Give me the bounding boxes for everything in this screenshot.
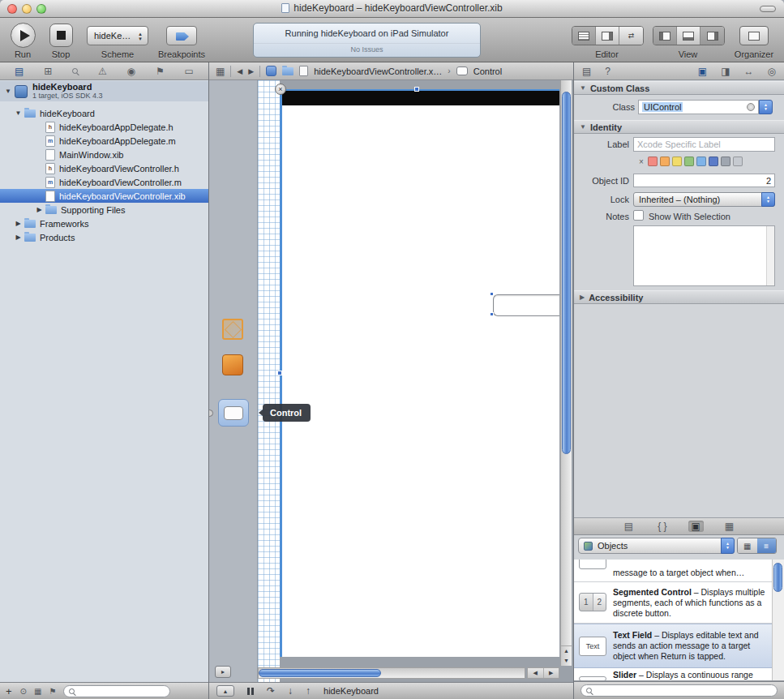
file-row-selected[interactable]: hideKeyboardViewController.xib: [0, 189, 208, 203]
attributes-inspector-icon[interactable]: ◨: [721, 66, 730, 76]
file-row[interactable]: m hideKeyboardAppDelegate.m: [0, 134, 208, 148]
library-item-text-field[interactable]: Text Text Field – Displays editable text…: [574, 624, 784, 668]
control-object-tile[interactable]: [218, 399, 249, 427]
media-library-icon[interactable]: ▦: [722, 521, 737, 532]
file-row[interactable]: h hideKeyboardAppDelegate.h: [0, 120, 208, 134]
disclosure-icon[interactable]: ▼: [5, 88, 13, 95]
scm-status-icon[interactable]: ▦: [34, 687, 41, 696]
disclosure-icon[interactable]: ▶: [15, 234, 22, 241]
close-view-badge[interactable]: ×: [275, 84, 286, 95]
vertical-scrollbar[interactable]: ▲▼: [560, 80, 572, 666]
search-navigator-icon[interactable]: [72, 68, 78, 74]
document-crumb-icon[interactable]: [299, 66, 308, 76]
ipad-view[interactable]: [280, 89, 559, 657]
library-search-field[interactable]: [581, 684, 778, 697]
recent-files-icon[interactable]: ⊙: [20, 687, 27, 696]
zoom-window-button[interactable]: [36, 4, 46, 14]
group-row[interactable]: ▶ Products: [0, 230, 208, 244]
library-item-slider[interactable]: Slider – Displays a continuous range: [574, 668, 784, 681]
connections-inspector-icon[interactable]: ◎: [768, 66, 776, 76]
textfield-handle-bottomleft[interactable]: [490, 312, 494, 316]
file-row[interactable]: m hideKeyboardViewController.m: [0, 175, 208, 189]
run-button[interactable]: [11, 23, 36, 48]
step-into-icon[interactable]: ↓: [288, 686, 293, 696]
navigator-toggle-button[interactable]: [653, 27, 677, 45]
class-combo-dropdown-button[interactable]: ▲▼: [759, 100, 773, 114]
label-color-swatch[interactable]: [696, 157, 706, 166]
assistant-editor-button[interactable]: [596, 27, 619, 45]
label-color-swatch[interactable]: [660, 157, 670, 166]
stop-button[interactable]: [49, 24, 73, 47]
label-color-swatch[interactable]: [709, 157, 718, 166]
label-color-swatch[interactable]: [721, 157, 730, 166]
add-button[interactable]: +: [6, 685, 12, 697]
class-combo-field[interactable]: UIControl: [638, 100, 759, 114]
disclosure-icon[interactable]: ▶: [36, 206, 43, 213]
object-library-icon[interactable]: ▣: [688, 521, 704, 532]
label-color-swatch[interactable]: [672, 157, 682, 166]
project-crumb-icon[interactable]: [266, 66, 276, 76]
clear-color-button[interactable]: ×: [639, 157, 644, 166]
textarea-scrollbar[interactable]: [766, 226, 774, 285]
first-responder-icon[interactable]: [222, 354, 243, 375]
files-owner-icon[interactable]: [222, 319, 243, 340]
forward-button[interactable]: ▶: [248, 67, 254, 75]
label-color-swatch[interactable]: [733, 157, 743, 166]
version-editor-button[interactable]: ⇄: [619, 27, 643, 45]
label-field[interactable]: Xcode Specific Label: [633, 137, 775, 152]
symbol-navigator-icon[interactable]: ⊞: [44, 66, 52, 76]
group-row[interactable]: ▶ Supporting Files: [0, 203, 208, 217]
breakpoints-button[interactable]: [166, 26, 197, 45]
log-navigator-icon[interactable]: ▭: [185, 66, 194, 76]
label-color-swatch[interactable]: [648, 157, 658, 166]
breakpoint-navigator-icon[interactable]: ⚑: [156, 66, 165, 76]
group-row[interactable]: ▼ hideKeyboard: [0, 106, 208, 120]
library-item-segmented-control[interactable]: 12 Segmented Control – Displays multiple…: [574, 582, 784, 624]
step-out-icon[interactable]: ↑: [306, 686, 311, 696]
toolbar-toggle-button[interactable]: [760, 6, 776, 12]
custom-class-section-header[interactable]: ▼ Custom Class: [574, 81, 784, 95]
code-snippet-library-icon[interactable]: { }: [654, 521, 670, 532]
resize-handle-left[interactable]: [277, 371, 282, 375]
project-row[interactable]: ▼ hideKeyboard 1 target, iOS SDK 4.3: [0, 81, 208, 101]
dock-toggle-button[interactable]: ▸: [215, 666, 231, 678]
vertical-scroll-arrows[interactable]: ▲▼: [561, 645, 572, 666]
step-over-icon[interactable]: ↷: [267, 686, 275, 696]
vertical-scrollbar-thumb[interactable]: [562, 92, 571, 454]
flag-filter-icon[interactable]: ⚑: [49, 687, 56, 696]
accessibility-section-header[interactable]: ▶ Accessibility: [574, 290, 784, 304]
lock-popup[interactable]: Inherited – (Nothing): [633, 192, 775, 207]
standard-editor-button[interactable]: [572, 27, 596, 45]
control-crumb-icon[interactable]: [456, 66, 468, 75]
pause-icon[interactable]: [247, 688, 254, 695]
file-template-library-icon[interactable]: ▤: [621, 521, 636, 532]
horizontal-scrollbar[interactable]: [258, 667, 525, 679]
object-id-field[interactable]: 2: [633, 174, 775, 187]
file-row[interactable]: h hideKeyboardViewController.h: [0, 161, 208, 175]
file-row[interactable]: MainWindow.xib: [0, 148, 208, 161]
debug-navigator-icon[interactable]: ◉: [127, 66, 135, 76]
project-navigator-icon[interactable]: ▤: [15, 66, 24, 76]
notes-textarea[interactable]: [633, 225, 775, 286]
label-color-swatch[interactable]: [684, 157, 694, 166]
navigator-filter-field[interactable]: [63, 685, 170, 697]
objects-popup-stepper[interactable]: ▲▼: [721, 538, 735, 554]
scheme-popup[interactable]: hideKe… ▲▼: [87, 26, 148, 45]
console-toggle-button[interactable]: ▲: [216, 685, 234, 697]
textfield-handle-topleft[interactable]: [490, 292, 494, 296]
identity-inspector-icon[interactable]: ▣: [698, 66, 707, 76]
file-inspector-icon[interactable]: ▤: [582, 66, 591, 76]
text-field-widget[interactable]: [493, 294, 559, 316]
jumpbar-file-name[interactable]: hideKeyboardViewController.x…: [314, 66, 442, 76]
debug-area-toggle-button[interactable]: [677, 27, 700, 45]
list-view-icon[interactable]: ≡: [757, 538, 777, 553]
disclosure-icon[interactable]: ▶: [15, 220, 22, 227]
resize-handle-top[interactable]: [414, 87, 419, 92]
quick-help-inspector-icon[interactable]: ?: [605, 66, 610, 76]
back-button[interactable]: ◀: [237, 67, 242, 75]
issue-navigator-icon[interactable]: ⚠: [98, 66, 107, 76]
horizontal-scroll-arrows[interactable]: ◀▶: [527, 667, 559, 679]
organizer-button[interactable]: [739, 26, 769, 45]
utilities-toggle-button[interactable]: [700, 27, 724, 45]
group-crumb-icon[interactable]: [282, 67, 293, 75]
